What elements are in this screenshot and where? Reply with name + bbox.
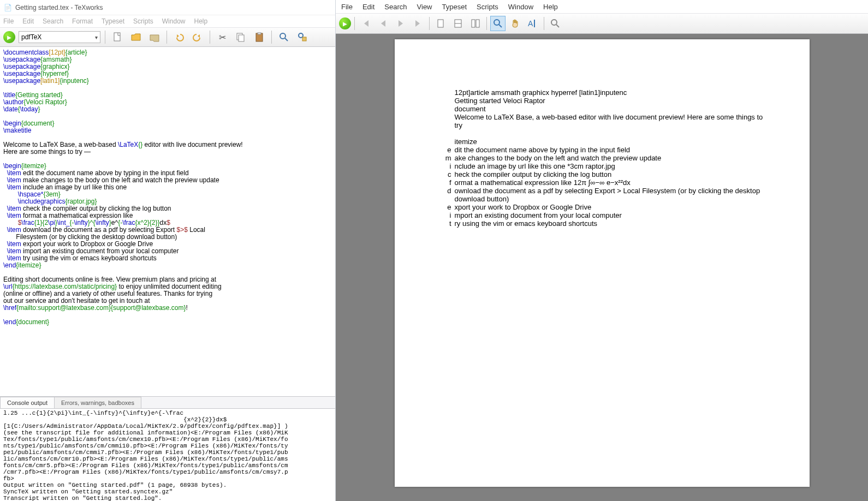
svg-text:A: A	[528, 19, 533, 28]
next-page-button[interactable]	[393, 16, 408, 31]
separator	[167, 31, 167, 44]
pdf-viewport[interactable]: 12pt]article amsmath graphicx hyperref […	[336, 34, 868, 501]
redo-button[interactable]	[190, 29, 205, 45]
hand-tool-button[interactable]	[508, 16, 523, 31]
window-title: Getting started.tex - TeXworks	[15, 4, 103, 11]
log-tabbar: Console output Errors, warnings, badboxe…	[0, 396, 335, 408]
undo-button[interactable]	[171, 29, 187, 45]
cut-button[interactable]: ✂	[215, 29, 230, 45]
editor-menubar: FileEditSearchFormatTypesetScriptsWindow…	[0, 15, 335, 27]
svg-line-6	[285, 38, 288, 41]
menu-edit[interactable]: Edit	[22, 17, 34, 25]
tab-errors-warnings[interactable]: Errors, warnings, badboxes	[54, 397, 141, 408]
chevron-down-icon: ▾	[95, 34, 98, 40]
preview-menubar: FileEditSearchViewTypesetScriptsWindowHe…	[336, 0, 868, 13]
editor-toolbar: ▶ pdfTeX ▾ ✂	[0, 27, 335, 47]
menu-help[interactable]: Help	[194, 17, 207, 25]
console-output[interactable]: l.25 ...c{1}{2\pi}\int_{-\infty}^{\infty…	[0, 408, 335, 501]
copy-button[interactable]	[233, 29, 248, 45]
fit-page-button[interactable]	[433, 16, 448, 31]
editor-window: 📄 Getting started.tex - TeXworks FileEdi…	[0, 0, 336, 501]
svg-point-5	[280, 33, 286, 39]
menu-scripts[interactable]: Scripts	[477, 3, 498, 11]
typeset-button[interactable]: ▶	[3, 31, 15, 43]
svg-rect-2	[239, 35, 244, 41]
menu-file[interactable]: File	[341, 3, 353, 11]
pdf-page: 12pt]article amsmath graphicx hyperref […	[395, 39, 810, 487]
separator	[544, 17, 544, 30]
tab-console-output[interactable]: Console output	[0, 397, 55, 408]
menu-window[interactable]: Window	[162, 17, 186, 25]
svg-rect-8	[302, 37, 306, 41]
save-file-button[interactable]	[147, 29, 162, 45]
menu-search[interactable]: Search	[43, 17, 63, 25]
engine-value: pdfTeX	[21, 33, 41, 41]
separator	[271, 31, 272, 44]
separator	[354, 17, 355, 30]
separator	[105, 31, 105, 44]
separator	[486, 17, 487, 30]
menu-typeset[interactable]: Typeset	[102, 17, 124, 25]
new-file-button[interactable]	[110, 29, 125, 45]
typeset-button[interactable]: ▶	[339, 17, 351, 29]
svg-rect-9	[438, 20, 443, 27]
separator	[429, 17, 430, 30]
svg-point-17	[551, 20, 557, 25]
menu-view[interactable]: View	[417, 3, 432, 11]
first-page-button[interactable]	[358, 16, 373, 31]
menu-edit[interactable]: Edit	[362, 3, 374, 11]
svg-rect-4	[258, 33, 261, 34]
prev-page-button[interactable]	[376, 16, 391, 31]
svg-rect-0	[114, 33, 120, 41]
menu-search[interactable]: Search	[384, 3, 407, 11]
preview-window: FileEditSearchViewTypesetScriptsWindowHe…	[336, 0, 868, 501]
svg-rect-12	[476, 20, 479, 27]
editor-titlebar: 📄 Getting started.tex - TeXworks	[0, 0, 335, 15]
svg-rect-11	[472, 20, 475, 27]
svg-line-18	[556, 25, 559, 27]
zoom-tool-button[interactable]	[490, 16, 506, 31]
find-in-pdf-button[interactable]	[548, 16, 563, 31]
svg-line-14	[499, 25, 502, 27]
preview-toolbar: ▶ A	[336, 13, 868, 34]
search-button[interactable]	[276, 29, 292, 45]
svg-point-13	[494, 20, 500, 25]
menu-window[interactable]: Window	[508, 3, 533, 11]
menu-help[interactable]: Help	[543, 3, 558, 11]
separator	[210, 31, 210, 44]
app-icon: 📄	[3, 3, 12, 12]
engine-select[interactable]: pdfTeX ▾	[19, 31, 100, 43]
menu-scripts[interactable]: Scripts	[133, 17, 153, 25]
actual-size-button[interactable]	[468, 16, 483, 31]
paste-button[interactable]	[252, 29, 267, 45]
replace-button[interactable]	[295, 29, 310, 45]
menu-format[interactable]: Format	[72, 17, 93, 25]
menu-file[interactable]: File	[3, 17, 14, 25]
source-editor[interactable]: \documentclass[12pt]{article}\usepackage…	[0, 47, 335, 396]
menu-typeset[interactable]: Typeset	[442, 3, 467, 11]
open-file-button[interactable]	[128, 29, 144, 45]
fit-width-button[interactable]	[450, 16, 466, 31]
text-select-button[interactable]: A	[525, 16, 540, 31]
last-page-button[interactable]	[411, 16, 426, 31]
